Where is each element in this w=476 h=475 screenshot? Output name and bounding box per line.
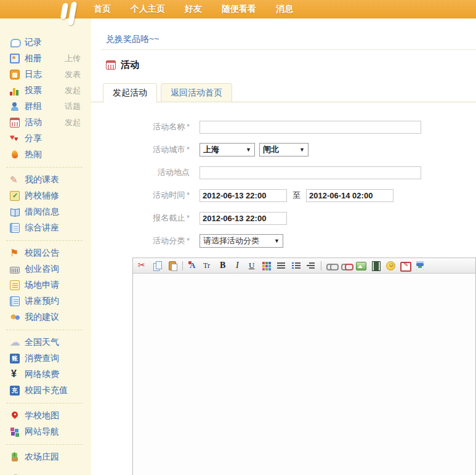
promo-link[interactable]: 兑换奖品咯~~ [106,34,159,45]
paste-icon[interactable] [167,261,177,270]
source-edit-icon[interactable] [400,261,410,270]
sidebar-item-label[interactable]: 借阅信息 [25,206,59,217]
nav-item[interactable]: 随便看看 [222,4,256,15]
chevron-down-icon: ▼ [246,147,251,153]
sidebar-item-label[interactable]: 学校地图 [25,410,59,421]
sidebar-item-label[interactable]: 网站导航 [25,426,59,437]
sidebar-item-label[interactable]: 讲座预约 [25,296,59,307]
sidebar-item-book[interactable]: 借阅信息 [0,204,91,220]
emoticon-icon[interactable] [385,261,395,270]
bold-icon[interactable] [217,261,227,270]
sidebar-item-activity[interactable]: 活动发起 [0,115,91,131]
sidebar-item-label[interactable]: 我的课表 [25,174,59,185]
sidebar-item-keyboard[interactable]: 创业咨询 [0,261,91,277]
sidebar-item-label[interactable]: 投票 [25,85,42,96]
sidebar-item-pencil[interactable]: 我的课表 [0,172,91,188]
sidebar-item-doc-blue[interactable]: 讲座预约 [0,293,91,309]
cloud-icon [10,338,20,347]
sidebar-item-lecture[interactable]: 综合讲座 [0,220,91,236]
copy-icon[interactable] [153,261,163,270]
sidebar-item-label[interactable]: 分享 [25,133,42,144]
sidebar-item-label[interactable]: 活动 [25,117,42,128]
sidebar-item-recharge[interactable]: 充校园卡充值 [0,383,91,399]
sidebar-item-label[interactable]: 热闹 [25,149,42,160]
sidebar-item-group[interactable]: 群组话题 [0,99,91,115]
sidebar-item-label[interactable]: 校园公告 [25,248,59,259]
sidebar-item-label[interactable]: 记录 [25,37,42,48]
underline-icon[interactable] [247,261,257,270]
sidebar-item-record[interactable]: 记录 [0,35,91,51]
sidebar-item-label[interactable]: 网络续费 [25,369,59,380]
signup-deadline-input[interactable] [200,212,287,225]
link-icon[interactable] [326,261,336,270]
sidebar-item-flag[interactable]: 校园公告 [0,245,91,261]
nav-item[interactable]: 个人主页 [131,4,165,15]
sidebar-action-link[interactable]: 发起 [65,117,81,128]
save-icon[interactable] [415,261,425,270]
palette-icon[interactable] [262,261,272,270]
sidebar-item-poll[interactable]: 投票发起 [0,83,91,99]
tab-back-to-activity-home[interactable]: 返回活动首页 [161,83,232,102]
sidebar-item-site-nav[interactable]: 网站导航 [0,424,91,440]
editor-body[interactable] [133,274,475,475]
align-left-icon[interactable] [276,261,286,270]
activity-start-time-input[interactable] [200,189,287,202]
sidebar-item-flame[interactable]: 热闹 [0,147,91,163]
sidebar-item-label[interactable]: 日志 [25,69,42,80]
sidebar-item-label[interactable]: 消费查询 [25,353,59,364]
activity-category-select[interactable]: 请选择活动分类 ▼ [200,234,283,248]
unlink-icon[interactable] [341,261,351,270]
sidebar-item-cloud[interactable]: 全国天气 [0,335,91,351]
video-icon[interactable] [371,261,381,270]
sidebar-action-link[interactable]: 发起 [65,85,81,96]
sidebar-item-label[interactable]: 我的建议 [25,312,59,323]
city-district-select[interactable]: 闸北 ▼ [259,143,309,156]
sidebar-item-label[interactable]: 综合讲座 [25,222,59,233]
sidebar-item-label[interactable]: 农场庄园 [25,452,59,463]
font-color-icon[interactable] [188,261,198,270]
flag-icon [10,248,20,258]
map-pin-icon [10,411,20,421]
activity-place-input[interactable] [200,166,421,179]
sidebar-item-farm[interactable]: 农场庄园 [0,449,91,465]
font-size-icon[interactable] [203,261,212,270]
sidebar-item-label[interactable]: 群组 [25,101,42,112]
sidebar-item-label[interactable]: 校园卡充值 [25,385,68,396]
sidebar-item-people[interactable]: 我的建议 [0,309,91,325]
record-icon [10,38,20,47]
sidebar-item-yen[interactable]: 网络续费 [0,367,91,383]
sidebar-item-label[interactable]: 创业咨询 [25,264,59,275]
activity-icon [10,118,20,128]
site-logo-icon[interactable] [58,2,83,28]
tab-create-activity[interactable]: 发起活动 [103,83,157,103]
nav-item[interactable]: 消息 [276,4,293,15]
activity-name-input[interactable] [200,121,421,134]
sidebar-action-link[interactable]: 发表 [65,69,81,80]
form-row-place: 活动地点 [91,165,461,180]
city-province-select[interactable]: 上海 ▼ [200,143,255,156]
sidebar-item-account[interactable]: 账消费查询 [0,351,91,367]
nav-item[interactable]: 好友 [185,4,202,15]
sidebar-item-journal[interactable]: 日志发表 [0,67,91,83]
list-icon[interactable] [291,261,301,270]
sidebar-item-doc-yellow[interactable]: 场地申请 [0,277,91,293]
sidebar-action-link[interactable]: 上传 [65,53,81,64]
sidebar-item-album[interactable]: 相册上传 [0,51,91,67]
label-text: 活动时间 [153,190,185,200]
sidebar-item-label[interactable]: 全国天气 [25,337,59,348]
cut-icon[interactable] [138,261,148,270]
sidebar-item-label[interactable]: 场地申请 [25,280,59,291]
sidebar-item-map-pin[interactable]: 学校地图 [0,408,91,424]
sidebar-item-label[interactable]: 相册 [25,53,42,64]
sidebar-action-link[interactable]: 话题 [65,101,81,112]
sidebar: 记录相册上传日志发表投票发起群组话题活动发起分享热闹我的课表跨校辅修借阅信息综合… [0,18,91,475]
sidebar-item-share[interactable]: 分享 [0,131,91,147]
italic-icon[interactable] [232,261,242,270]
nav-item[interactable]: 首页 [94,4,111,15]
activity-end-time-input[interactable] [306,189,393,202]
label-text: 活动城市 [153,145,185,154]
sidebar-item-label[interactable]: 跨校辅修 [25,190,59,201]
image-icon[interactable] [356,261,366,270]
indent-icon[interactable] [306,261,316,270]
sidebar-item-notebook[interactable]: 跨校辅修 [0,188,91,204]
